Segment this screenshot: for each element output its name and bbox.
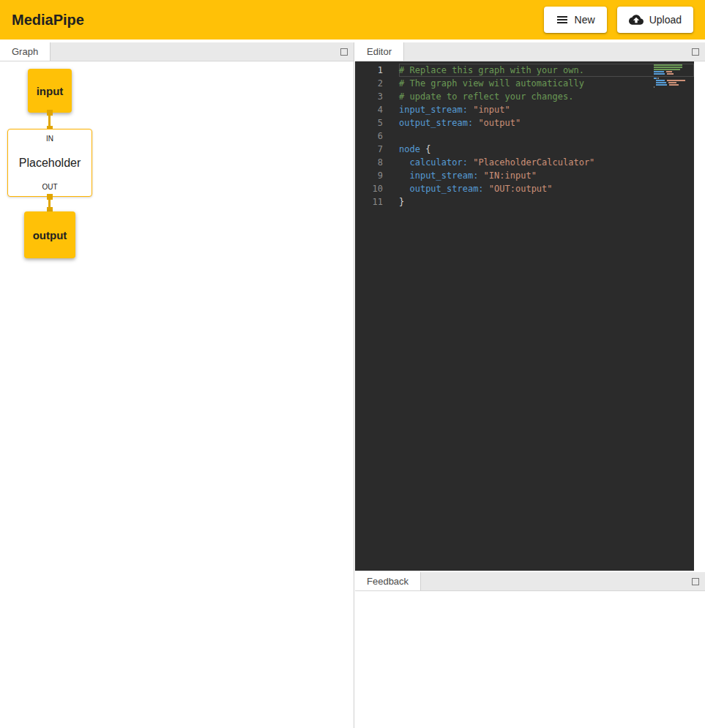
code-line[interactable]: calculator: "PlaceholderCalculator"	[399, 156, 694, 169]
editor-minimap[interactable]	[654, 64, 692, 89]
minimap-line	[654, 73, 692, 75]
tab-feedback[interactable]: Feedback	[355, 572, 421, 590]
app-title: MediaPipe	[12, 12, 84, 29]
code-line[interactable]: input_stream: "IN:input"	[399, 169, 694, 182]
editor-code[interactable]: # Replace this graph with your own.# The…	[399, 64, 694, 571]
code-line[interactable]: # update to reflect your changes.	[399, 90, 694, 103]
line-number: 4	[355, 103, 383, 116]
feedback-panel-strip: Feedback	[355, 572, 705, 591]
minimap-line	[654, 84, 692, 86]
line-number: 11	[355, 195, 383, 209]
editor-gutter: 1234567891011	[355, 64, 399, 571]
editor-body: 1234567891011 # Replace this graph with …	[355, 61, 705, 571]
menu-lines-icon	[556, 13, 569, 26]
graph-node-placeholder-label: Placeholder	[19, 157, 81, 170]
code-editor[interactable]: 1234567891011 # Replace this graph with …	[355, 61, 694, 571]
code-line[interactable]: output_stream: "OUT:output"	[399, 182, 694, 195]
graph-node-input-label: input	[37, 85, 64, 97]
graph-panel: Graph input IN Placeholder OUT	[0, 42, 354, 728]
graph-canvas[interactable]: input IN Placeholder OUT output	[0, 61, 354, 728]
code-line[interactable]: node {	[399, 143, 694, 156]
editor-popout-icon[interactable]	[692, 48, 699, 56]
placeholder-out-port-label: OUT	[42, 183, 57, 191]
code-line[interactable]: output_stream: "output"	[399, 116, 694, 130]
line-number: 2	[355, 77, 383, 90]
graph-popout-icon[interactable]	[340, 48, 348, 56]
code-line[interactable]: # Replace this graph with your own.	[399, 64, 694, 77]
upload-button[interactable]: Upload	[617, 7, 693, 33]
minimap-line	[654, 80, 692, 81]
graph-node-placeholder[interactable]: IN Placeholder OUT	[7, 129, 92, 197]
upload-button-label: Upload	[649, 14, 682, 26]
placeholder-in-port-label: IN	[46, 135, 53, 143]
tab-feedback-label: Feedback	[367, 576, 409, 587]
graph-node-output-label: output	[33, 229, 67, 241]
new-button[interactable]: New	[544, 7, 607, 33]
line-number: 7	[355, 143, 383, 156]
minimap-line	[654, 75, 692, 77]
app-root: MediaPipe New Upload Graph	[0, 0, 705, 728]
graph-node-output[interactable]: output	[24, 211, 75, 258]
tab-graph[interactable]: Graph	[0, 42, 51, 61]
main-area: Graph input IN Placeholder OUT	[0, 40, 705, 728]
minimap-line	[654, 82, 692, 83]
right-column: Editor 1234567891011 # Replace this grap…	[355, 42, 705, 728]
tab-editor-label: Editor	[367, 46, 392, 57]
feedback-content	[355, 591, 705, 728]
minimap-line	[654, 69, 692, 70]
editor-panel-strip: Editor	[355, 42, 705, 61]
code-line[interactable]	[399, 130, 694, 143]
code-line[interactable]: # The graph view will automatically	[399, 77, 694, 90]
feedback-popout-icon[interactable]	[692, 578, 699, 585]
graph-panel-strip: Graph	[0, 42, 354, 61]
feedback-panel: Feedback	[355, 572, 705, 728]
minimap-line	[654, 78, 692, 79]
tab-editor[interactable]: Editor	[355, 42, 404, 61]
line-number: 8	[355, 156, 383, 169]
line-number: 5	[355, 116, 383, 130]
new-button-label: New	[575, 14, 595, 26]
code-line[interactable]: input_stream: "input"	[399, 103, 694, 116]
minimap-line	[654, 67, 692, 68]
minimap-line	[654, 64, 692, 66]
app-header: MediaPipe New Upload	[0, 0, 705, 40]
line-number: 10	[355, 182, 383, 195]
graph-node-input[interactable]: input	[28, 69, 72, 113]
line-number: 9	[355, 169, 383, 182]
line-number: 1	[355, 64, 383, 77]
code-line[interactable]: }	[399, 195, 694, 209]
editor-panel: Editor 1234567891011 # Replace this grap…	[355, 42, 705, 571]
minimap-line	[654, 86, 692, 88]
line-number: 3	[355, 90, 383, 103]
tab-graph-label: Graph	[12, 46, 38, 57]
minimap-line	[654, 71, 692, 72]
cloud-upload-icon	[629, 12, 644, 27]
line-number: 6	[355, 130, 383, 143]
